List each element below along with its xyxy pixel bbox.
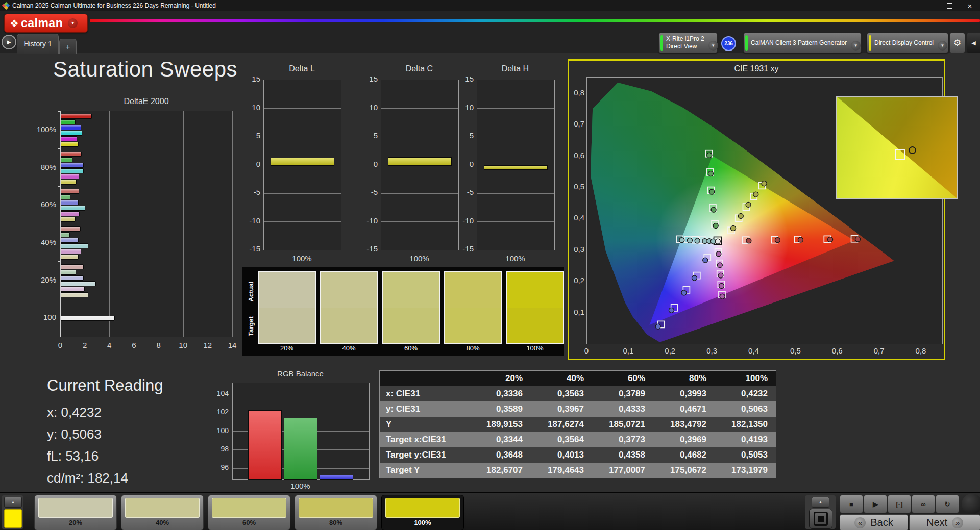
deltaH-y-tick-label: -10: [453, 216, 474, 225]
deltae-bar: [61, 119, 76, 124]
cie-measured-point: [709, 189, 715, 194]
cie-measured-point: [655, 324, 660, 329]
gear-icon: ⚙: [953, 38, 961, 48]
deltae-category-label: 100%: [20, 125, 56, 134]
pattern-button-100%[interactable]: 100%: [381, 495, 464, 530]
cie-y-tick-label: 0,1: [569, 308, 584, 316]
swatch-row-label-target: Target: [247, 314, 255, 339]
back-button[interactable]: « Back: [840, 514, 908, 530]
cie-measured-point: [703, 258, 708, 263]
swatch-percent-label: 60%: [382, 344, 440, 352]
cie-zoom-inset: [836, 96, 958, 199]
rgb-x-label: 100%: [232, 482, 369, 490]
play-button[interactable]: ▶: [864, 495, 887, 513]
pattern-button-40%[interactable]: 40%: [121, 495, 204, 530]
cie-1931-panel[interactable]: CIE 1931 xy 00,10,20,30,40,50,60,70,80,1…: [568, 59, 945, 360]
table-cell-value: 0,4232: [715, 389, 776, 399]
deltae-bar: [61, 174, 79, 179]
deltae-bar: [61, 292, 88, 297]
tab-scroll-button[interactable]: ▶: [2, 35, 16, 49]
deltae-gridline: [183, 111, 184, 337]
stop-button[interactable]: ■: [840, 495, 863, 513]
window-title: Calman 2025 Calman Ultimate for Business…: [12, 2, 919, 9]
dark-orb-button[interactable]: [962, 494, 980, 514]
table-header-cell: 100%: [715, 373, 776, 384]
cie-measured-point: [798, 237, 803, 242]
table-row: x: CIE310,33360,35630,37890,39930,4232: [380, 386, 776, 401]
calman-menu-button[interactable]: ❖ calman ▼: [4, 14, 88, 33]
minimize-button[interactable]: –: [919, 0, 939, 11]
deltaC-y-tick-label: 5: [357, 131, 378, 140]
pattern-button-80%[interactable]: 80%: [295, 495, 377, 530]
cie-measured-point: [695, 238, 700, 243]
deltae-x-tick-label: 8: [151, 341, 166, 349]
deltae-bar: [61, 189, 79, 194]
cie-measured-point: [746, 202, 751, 207]
current-reading-title: Current Reading: [47, 376, 163, 395]
pattern-button-20%[interactable]: 20%: [34, 495, 117, 530]
chevron-down-icon: ▼: [851, 41, 861, 51]
rgb-balance-chart: RGB Balance1041021009896100%: [209, 369, 378, 492]
table-cell-value: 0,3773: [592, 435, 653, 445]
rgb-y-tick-label: 96: [209, 463, 229, 471]
delta-h-chart: Delta H151050-5-10-15100%: [453, 64, 581, 268]
display-control-dropdown[interactable]: Direct Display Control ▼: [867, 33, 948, 53]
restore-icon: [947, 3, 952, 9]
pattern-tools-panel: ▲: [2, 495, 23, 529]
rgb-y-tick-label: 102: [209, 408, 229, 416]
swatch-actual-half: [507, 272, 563, 308]
table-row: Target y:CIE310,36480,40130,43580,46820,…: [380, 447, 776, 463]
rgb-bar-blue: [320, 475, 353, 480]
meter-dropdown[interactable]: X-Rite i1Pro 2Direct View ▼: [658, 33, 718, 53]
measure-button[interactable]: [·]: [888, 495, 911, 513]
tab-history-1[interactable]: History 1: [17, 34, 59, 54]
refresh-button[interactable]: ↻: [936, 495, 959, 513]
measure-icon: [·]: [896, 500, 903, 508]
application-window: Calman 2025 Calman Ultimate for Business…: [0, 0, 980, 530]
next-button[interactable]: Next »: [909, 514, 980, 530]
cie-plot-area: [586, 77, 943, 344]
add-tab-button[interactable]: +: [59, 39, 77, 54]
swatch-percent-label: 100%: [506, 344, 564, 352]
meter-count-badge[interactable]: 236: [721, 36, 736, 51]
deltaC-y-tick-label: -15: [357, 244, 378, 253]
deltae-bar: [61, 168, 84, 173]
cie-x-tick-label: 0,3: [702, 346, 722, 355]
close-button[interactable]: ×: [960, 0, 980, 11]
play-icon: ▶: [873, 500, 878, 508]
pattern-button-60%[interactable]: 60%: [208, 495, 290, 530]
deltaC-y-tick-label: -5: [357, 188, 378, 196]
table-header-cell: 60%: [592, 373, 653, 384]
deltaH-plot-area: [477, 80, 555, 250]
pattern-generator-dropdown[interactable]: CalMAN Client 3 Pattern Generator ▼: [743, 33, 862, 53]
table-cell-value: 0,3564: [531, 435, 592, 445]
deltaH-y-tick-label: 0: [453, 160, 474, 168]
deltae-x-tick-label: 0: [53, 341, 68, 349]
deltae-bar: [61, 264, 84, 269]
table-cell-value: 0,3648: [470, 450, 531, 460]
cie-measured-point: [669, 308, 674, 313]
table-cell-value: 0,3563: [531, 389, 592, 399]
collapse-panel-button[interactable]: ◀: [966, 33, 980, 53]
pattern-window-button[interactable]: [809, 509, 832, 529]
pattern-label: 100%: [382, 519, 463, 526]
header-band: ❖ calman ▼ ▶ History 1 + X-Rite i1Pro 2D…: [0, 11, 980, 53]
table-cell-value: 182,6707: [470, 465, 531, 475]
cie-measured-point: [720, 294, 725, 299]
expand-patterns-button[interactable]: ▲: [4, 497, 22, 508]
deltae-x-tick-label: 14: [225, 341, 240, 349]
deltaH-gridline: [477, 193, 554, 194]
table-cell-value: 0,4193: [715, 435, 776, 445]
expand-transport-button[interactable]: ▲: [812, 497, 829, 508]
settings-button[interactable]: ⚙: [949, 33, 965, 53]
deltae-gridline: [208, 111, 208, 337]
restore-button[interactable]: [939, 0, 960, 11]
cie-measured-point: [717, 263, 722, 268]
cie-y-tick-label: 0,7: [569, 119, 584, 128]
table-cell-value: 182,1350: [715, 419, 776, 430]
deltaC-y-tick-label: 10: [357, 103, 378, 112]
actual-target-swatch-panel: ActualTarget20%40%60%80%100%: [242, 267, 564, 356]
active-pattern-color-swatch[interactable]: [4, 509, 22, 528]
infinity-button[interactable]: ∞: [912, 495, 935, 513]
deltae-category-label: 40%: [20, 238, 56, 246]
